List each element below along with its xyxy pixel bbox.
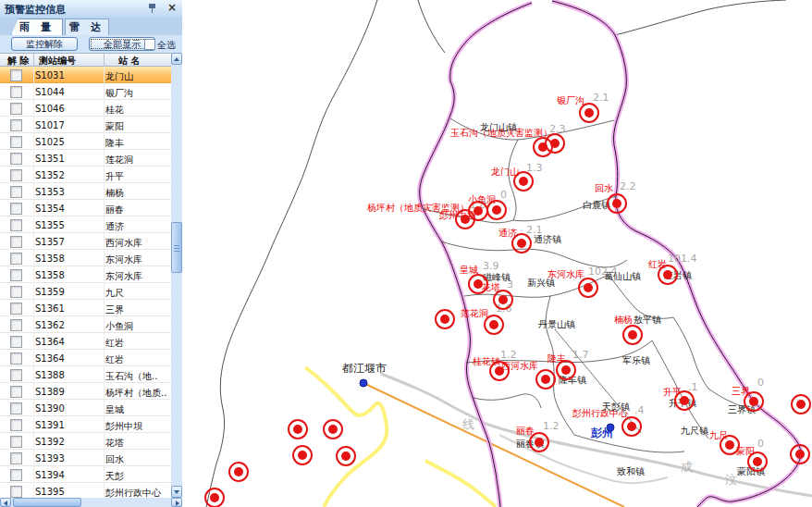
row-checkbox[interactable] (10, 386, 22, 398)
table-row[interactable]: S1352升平 (0, 167, 171, 183)
horizontal-scrollbar[interactable] (0, 498, 182, 507)
station-marker-icon[interactable] (468, 201, 488, 221)
table-row[interactable]: S1353楠杨 (0, 183, 171, 200)
row-checkbox[interactable] (10, 219, 22, 231)
station-marker-icon[interactable] (556, 360, 576, 380)
station-marker-icon[interactable] (578, 278, 598, 298)
table-row[interactable]: S1388玉石沟（地.. (0, 366, 171, 383)
station-marker-icon[interactable] (513, 171, 534, 192)
station-marker-icon[interactable] (545, 133, 565, 154)
scroll-up-button[interactable] (171, 53, 182, 65)
table-row[interactable]: S1031龙门山 (0, 67, 171, 83)
select-all-box[interactable] (144, 39, 155, 50)
station-marker-icon[interactable] (292, 445, 313, 465)
row-checkbox[interactable] (10, 352, 22, 365)
row-checkbox[interactable] (10, 369, 22, 381)
row-checkbox[interactable] (10, 269, 22, 281)
row-checkbox[interactable] (10, 153, 22, 165)
row-checkbox[interactable] (10, 69, 22, 81)
row-checkbox[interactable] (10, 103, 22, 115)
tab-rainfall[interactable]: 雨 量 (11, 19, 63, 35)
station-marker-icon[interactable] (228, 462, 249, 482)
table-row[interactable]: S1394天彭 (0, 466, 171, 483)
station-marker-icon[interactable] (622, 325, 643, 345)
station-marker-icon[interactable] (468, 274, 488, 294)
station-marker-icon[interactable] (486, 200, 507, 220)
map-station-label[interactable]: 银厂沟 (557, 96, 584, 105)
station-marker-icon[interactable] (674, 390, 695, 411)
table-row[interactable]: S1046桂花 (0, 100, 171, 117)
row-checkbox[interactable] (10, 86, 22, 98)
map-station-label[interactable]: 回水 (595, 184, 613, 193)
vertical-scrollbar[interactable] (171, 53, 182, 498)
row-checkbox[interactable] (10, 319, 22, 331)
table-row[interactable]: S1044银厂沟 (0, 83, 171, 100)
table-row[interactable]: S1025隆丰 (0, 133, 171, 150)
table-row[interactable]: S1354丽春 (0, 200, 171, 216)
row-checkbox[interactable] (10, 119, 22, 131)
row-checkbox[interactable] (10, 253, 22, 265)
col-header-station-id[interactable]: 测站编号 (39, 55, 76, 68)
station-marker-icon[interactable] (489, 361, 510, 381)
row-checkbox[interactable] (10, 236, 22, 248)
tab-radar[interactable]: 雷 达 (65, 19, 109, 35)
col-header-release[interactable]: 解 除 (7, 55, 29, 68)
station-marker-icon[interactable] (336, 446, 356, 466)
table-row[interactable]: S1358东河水库 (0, 266, 171, 283)
row-checkbox[interactable] (10, 169, 22, 181)
station-marker-icon[interactable] (658, 265, 678, 285)
station-marker-icon[interactable] (790, 444, 810, 464)
row-checkbox[interactable] (10, 286, 22, 298)
station-marker-icon[interactable] (529, 432, 549, 452)
station-marker-icon[interactable] (484, 315, 504, 335)
row-checkbox[interactable] (10, 136, 22, 148)
table-row[interactable]: S1357西河水库 (0, 233, 171, 250)
map-station-label[interactable]: 楠杨 (614, 315, 633, 325)
vertical-scroll-thumb[interactable] (171, 222, 182, 273)
station-marker-icon[interactable] (621, 416, 642, 437)
station-marker-icon[interactable] (535, 369, 556, 390)
station-marker-icon[interactable] (204, 488, 225, 507)
table-row[interactable]: S1351莲花洞 (0, 150, 171, 167)
station-marker-icon[interactable] (747, 451, 768, 472)
scroll-right-button[interactable] (171, 498, 182, 507)
row-checkbox[interactable] (10, 203, 22, 215)
row-checkbox[interactable] (10, 186, 22, 198)
table-row[interactable]: S1392花塔 (0, 433, 171, 450)
station-marker-icon[interactable] (579, 103, 599, 123)
row-checkbox[interactable] (10, 303, 22, 315)
station-marker-icon[interactable] (720, 435, 740, 455)
row-checkbox[interactable] (10, 419, 22, 431)
row-checkbox[interactable] (10, 452, 22, 464)
row-checkbox[interactable] (10, 436, 22, 448)
row-checkbox[interactable] (10, 336, 22, 348)
table-row[interactable]: S1359九尺 (0, 283, 171, 300)
col-header-station-name[interactable]: 站 名 (118, 55, 140, 68)
release-monitoring-button[interactable]: 监控解除 (11, 37, 78, 51)
scroll-left-button[interactable] (0, 498, 11, 507)
table-row[interactable]: S1390皇城 (0, 400, 171, 416)
row-checkbox[interactable] (10, 402, 22, 414)
table-row[interactable]: S1395彭州行政中心 (0, 483, 171, 498)
table-row[interactable]: S1362小鱼洞 (0, 316, 171, 333)
close-icon[interactable]: × (167, 1, 177, 14)
table-row[interactable]: S1389杨坪村（地质.. (0, 383, 171, 400)
table-row[interactable]: S1361三界 (0, 300, 171, 316)
station-marker-icon[interactable] (435, 309, 455, 329)
station-marker-icon[interactable] (511, 233, 532, 254)
station-marker-icon[interactable] (791, 394, 811, 414)
station-marker-icon[interactable] (323, 419, 343, 439)
table-row[interactable]: S1391彭州中坝 (0, 416, 171, 433)
station-marker-icon[interactable] (493, 290, 513, 310)
station-marker-icon[interactable] (607, 193, 627, 214)
select-all-checkbox[interactable]: 全选 (144, 39, 181, 51)
table-row[interactable]: S1017蒙阳 (0, 117, 171, 133)
table-row[interactable]: S1364红岩 (0, 333, 171, 350)
map-station-label[interactable]: 莲花洞 (461, 309, 488, 318)
table-row[interactable]: S1364红岩 (0, 350, 171, 366)
pin-icon[interactable] (147, 3, 158, 14)
table-row[interactable]: S1358东河水库 (0, 250, 171, 266)
station-marker-icon[interactable] (288, 419, 308, 439)
table-row[interactable]: S1355通济 (0, 216, 171, 233)
row-checkbox[interactable] (10, 486, 22, 498)
